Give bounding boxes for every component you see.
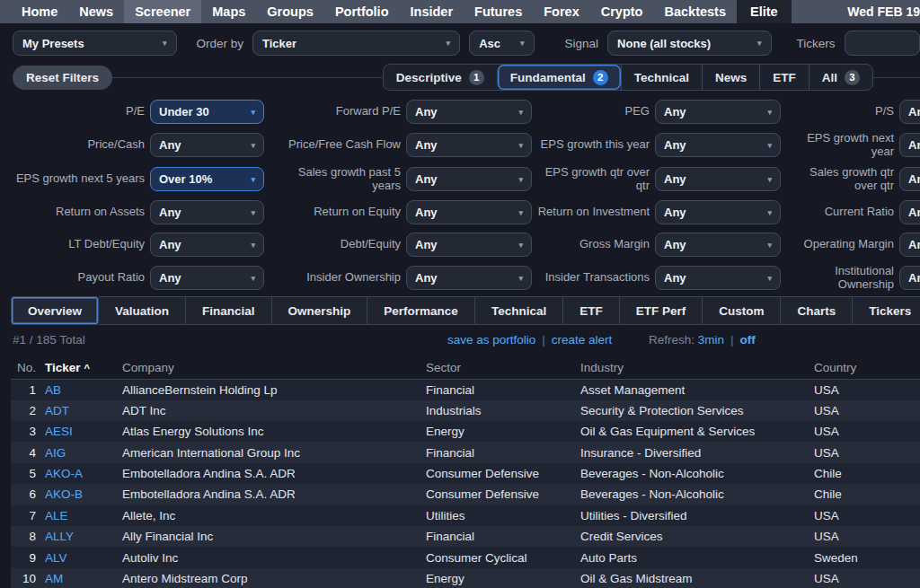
- ticker-link[interactable]: AB: [45, 383, 61, 397]
- filter-select-price-fcf[interactable]: Any▾: [406, 133, 532, 157]
- filter-select-sales-qoq[interactable]: Any▾: [899, 167, 920, 191]
- filter-select-ps[interactable]: Any▾: [899, 100, 920, 124]
- view-tab-technical[interactable]: Technical: [475, 296, 563, 325]
- filter-label: EPS growth this year: [537, 138, 650, 152]
- filter-select-pe[interactable]: Under 30▾: [150, 100, 264, 124]
- nav-item-forex[interactable]: Forex: [533, 0, 590, 23]
- nav-item-maps[interactable]: Maps: [201, 0, 256, 23]
- nav-item-insider[interactable]: Insider: [400, 0, 464, 23]
- nav-item-crypto[interactable]: Crypto: [590, 0, 654, 23]
- nav-item-portfolio[interactable]: Portfolio: [324, 0, 400, 23]
- filter-select-institutional-ownership[interactable]: Any▾: [899, 266, 920, 290]
- filter-select-roa[interactable]: Any▾: [150, 200, 264, 224]
- header-company[interactable]: Company: [122, 355, 426, 379]
- sort-direction-select[interactable]: Asc ▾: [469, 31, 534, 56]
- filter-select-gross-margin[interactable]: Any▾: [655, 233, 781, 257]
- header-country[interactable]: Country: [814, 355, 920, 379]
- tab-etf[interactable]: ETF: [759, 65, 809, 90]
- view-tab-etf-perf[interactable]: ETF Perf: [620, 296, 703, 325]
- header-no[interactable]: No.: [11, 355, 45, 379]
- results-table: No. Ticker^ Company Sector Industry Coun…: [11, 355, 920, 588]
- view-tab-valuation[interactable]: Valuation: [99, 296, 186, 325]
- view-tab-tickers[interactable]: Tickers: [853, 296, 920, 325]
- sector-cell: Energy: [426, 568, 580, 588]
- nav-item-futures[interactable]: Futures: [464, 0, 533, 23]
- filter-select-debt-equity[interactable]: Any▾: [406, 233, 532, 257]
- filter-select-forward-pe[interactable]: Any▾: [406, 100, 532, 124]
- filter-select-eps-next-year[interactable]: Any▾: [899, 133, 920, 157]
- view-tab-performance[interactable]: Performance: [367, 296, 475, 325]
- table-row[interactable]: 2 ADT ADT Inc Industrials Security & Pro…: [11, 400, 920, 421]
- tab-fundamental[interactable]: Fundamental 2: [497, 65, 621, 90]
- filter-value: Under 30: [159, 105, 209, 118]
- save-as-portfolio-link[interactable]: save as portfolio: [447, 333, 535, 347]
- ticker-link[interactable]: AIG: [45, 446, 66, 460]
- fundamental-filters-grid: P/E Under 30▾ Forward P/E Any▾ PEG Any▾ …: [11, 100, 920, 291]
- filter-select-peg[interactable]: Any▾: [655, 100, 781, 124]
- nav-item-backtests[interactable]: Backtests: [653, 0, 737, 23]
- view-tab-overview[interactable]: Overview: [11, 296, 99, 325]
- order-by-value: Ticker: [262, 37, 296, 50]
- presets-select[interactable]: My Presets ▾: [13, 31, 177, 56]
- filter-select-roi[interactable]: Any▾: [655, 200, 781, 224]
- filter-select-eps-qoq[interactable]: Any▾: [655, 167, 781, 191]
- tickers-input[interactable]: [845, 31, 920, 56]
- header-industry[interactable]: Industry: [580, 355, 814, 379]
- refresh-interval-link[interactable]: 3min: [698, 333, 724, 347]
- filter-select-price-cash[interactable]: Any▾: [150, 133, 264, 157]
- filter-select-sales-past-5y[interactable]: Any▾: [406, 167, 532, 191]
- ticker-link[interactable]: ALV: [45, 551, 67, 565]
- table-row[interactable]: 6 AKO-B Embotelladora Andina S.A. ADR Co…: [11, 484, 920, 505]
- nav-item-news[interactable]: News: [68, 0, 124, 23]
- ticker-link[interactable]: AKO-A: [45, 467, 83, 480]
- tab-all[interactable]: All 3: [809, 65, 872, 90]
- tab-descriptive[interactable]: Descriptive 1: [384, 65, 497, 90]
- row-number: 3: [11, 421, 45, 442]
- ticker-link[interactable]: AKO-B: [45, 487, 83, 501]
- reset-filters-button[interactable]: Reset Filters: [13, 66, 112, 90]
- tab-news[interactable]: News: [702, 65, 759, 90]
- company-cell: Ally Financial Inc: [122, 526, 426, 547]
- nav-item-groups[interactable]: Groups: [256, 0, 324, 23]
- table-row[interactable]: 7 ALE Allete, Inc Utilities Utilities - …: [11, 505, 920, 526]
- filter-select-insider-ownership[interactable]: Any▾: [406, 266, 532, 290]
- filter-select-current-ratio[interactable]: Any▾: [899, 200, 920, 224]
- table-row[interactable]: 5 AKO-A Embotelladora Andina S.A. ADR Co…: [11, 463, 920, 484]
- filter-select-eps-next-5y[interactable]: Over 10%▾: [150, 167, 264, 191]
- nav-item-screener[interactable]: Screener: [124, 0, 201, 23]
- order-by-select[interactable]: Ticker ▾: [252, 31, 460, 56]
- filter-select-lt-debt-equity[interactable]: Any▾: [150, 233, 264, 257]
- header-ticker-label: Ticker: [45, 361, 81, 374]
- ticker-link[interactable]: ALLY: [45, 530, 74, 543]
- signal-select[interactable]: None (all stocks) ▾: [607, 31, 772, 56]
- filter-select-insider-transactions[interactable]: Any▾: [655, 266, 781, 290]
- table-row[interactable]: 3 AESI Atlas Energy Solutions Inc Energy…: [11, 421, 920, 442]
- tab-label: Fundamental: [510, 71, 586, 84]
- create-alert-link[interactable]: create alert: [552, 333, 613, 347]
- table-row[interactable]: 10 AM Antero Midstream Corp Energy Oil &…: [11, 568, 920, 588]
- header-sector[interactable]: Sector: [426, 355, 580, 379]
- filter-select-operating-margin[interactable]: Any▾: [899, 233, 920, 257]
- table-row[interactable]: 9 ALV Autoliv Inc Consumer Cyclical Auto…: [11, 547, 920, 567]
- nav-item-elite[interactable]: Elite: [737, 0, 792, 23]
- ticker-link[interactable]: ALE: [45, 509, 68, 522]
- view-tab-charts[interactable]: Charts: [781, 296, 853, 325]
- ticker-link[interactable]: AESI: [45, 425, 73, 438]
- refresh-off-link[interactable]: off: [740, 333, 756, 347]
- table-row[interactable]: 8 ALLY Ally Financial Inc Financial Cred…: [11, 526, 920, 547]
- filter-select-roe[interactable]: Any▾: [406, 200, 532, 224]
- view-tab-etf[interactable]: ETF: [563, 296, 620, 325]
- header-ticker[interactable]: Ticker^: [45, 355, 122, 379]
- table-row[interactable]: 1 AB AllianceBernstein Holding Lp Financ…: [11, 379, 920, 399]
- view-tab-ownership[interactable]: Ownership: [272, 296, 368, 325]
- view-tab-financial[interactable]: Financial: [186, 296, 272, 325]
- table-row[interactable]: 4 AIG American International Group Inc F…: [11, 442, 920, 462]
- filter-select-payout-ratio[interactable]: Any▾: [150, 266, 264, 290]
- tab-technical[interactable]: Technical: [621, 65, 702, 90]
- ticker-link[interactable]: ADT: [45, 404, 69, 417]
- nav-item-home[interactable]: Home: [11, 0, 68, 23]
- filter-value: Any: [415, 105, 438, 118]
- filter-select-eps-this-year[interactable]: Any▾: [655, 133, 781, 157]
- ticker-link[interactable]: AM: [45, 572, 63, 585]
- view-tab-custom[interactable]: Custom: [703, 296, 781, 325]
